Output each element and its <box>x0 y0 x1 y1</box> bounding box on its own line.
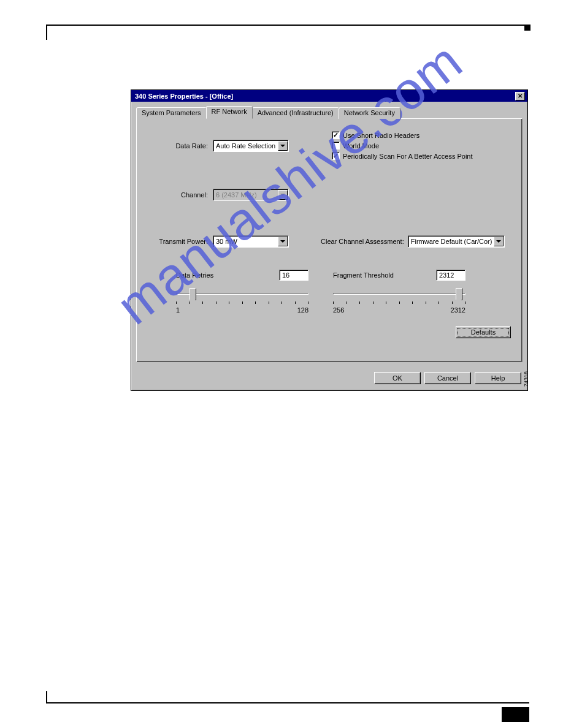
channel-value: 6 (2437 MHz) <box>216 191 257 199</box>
page-top-left-bar <box>46 25 47 40</box>
defaults-row: Defaults <box>456 326 511 338</box>
titlebar: 340 Series Properties - [Office] ✕ <box>131 90 527 102</box>
transmit-power-dropdown[interactable]: 30 mW <box>213 235 289 248</box>
data-retries-min: 1 <box>176 306 180 314</box>
tab-area: System Parameters RF Network Advanced (I… <box>131 102 527 367</box>
data-rate-dropdown[interactable]: Auto Rate Selection <box>213 140 289 152</box>
transmit-power-row: Transmit Power: 30 mW <box>159 235 289 248</box>
clear-channel-value: Firmware Default (Car/Cor) <box>411 238 492 245</box>
help-button[interactable]: Help <box>475 372 521 384</box>
dropdown-arrow-icon <box>278 190 288 200</box>
fragment-threshold-max: 2312 <box>451 306 465 314</box>
data-rate-label: Data Rate: <box>159 142 208 150</box>
world-mode-label: World Mode <box>343 142 379 150</box>
data-retries-group: Data Retries 1 128 <box>176 270 308 314</box>
channel-dropdown: 6 (2437 MHz) <box>213 189 289 201</box>
tab-rf-network[interactable]: RF Network <box>206 106 253 119</box>
slider-ticks <box>333 301 465 304</box>
data-retries-max: 128 <box>297 306 308 314</box>
channel-label: Channel: <box>159 191 208 199</box>
fragment-threshold-label: Fragment Threshold <box>333 271 394 279</box>
use-short-radio-headers-row[interactable]: Use Short Radio Headers <box>332 131 473 139</box>
dialog-footer: OK Cancel Help <box>131 367 527 390</box>
page-bottom-left-bar <box>46 691 47 703</box>
properties-dialog: 340 Series Properties - [Office] ✕ Syste… <box>131 89 528 391</box>
periodically-scan-label: Periodically Scan For A Better Access Po… <box>343 153 473 160</box>
use-short-radio-headers-checkbox[interactable] <box>332 131 340 139</box>
dropdown-arrow-icon <box>278 141 288 151</box>
slider-track <box>333 293 465 295</box>
world-mode-row[interactable]: World Mode <box>332 142 473 150</box>
transmit-power-value: 30 mW <box>216 238 237 245</box>
slider-thumb[interactable] <box>456 288 462 300</box>
data-retries-range: 1 128 <box>176 306 308 314</box>
data-rate-row: Data Rate: Auto Rate Selection <box>159 140 289 152</box>
page-top-rule <box>46 25 529 34</box>
periodically-scan-checkbox[interactable] <box>332 152 340 160</box>
data-rate-value: Auto Rate Selection <box>216 142 275 150</box>
tab-strip: System Parameters RF Network Advanced (I… <box>136 106 523 119</box>
clear-channel-label: Clear Channel Assessment: <box>321 238 404 245</box>
slider-ticks <box>176 301 308 304</box>
tab-network-security[interactable]: Network Security <box>339 107 400 119</box>
periodically-scan-row[interactable]: Periodically Scan For A Better Access Po… <box>332 152 473 160</box>
page-bottom-rule <box>46 702 529 703</box>
dropdown-arrow-icon <box>494 237 504 246</box>
fragment-threshold-range: 256 2312 <box>333 306 465 314</box>
fragment-threshold-slider[interactable] <box>333 287 465 305</box>
cancel-button[interactable]: Cancel <box>424 372 471 384</box>
checkbox-group: Use Short Radio Headers World Mode Perio… <box>332 131 473 160</box>
figure-number: 74318 <box>523 371 529 387</box>
use-short-radio-headers-label: Use Short Radio Headers <box>343 132 419 139</box>
fragment-threshold-input[interactable] <box>436 270 465 281</box>
dropdown-arrow-icon <box>278 237 288 246</box>
defaults-button[interactable]: Defaults <box>456 326 511 338</box>
slider-thumb[interactable] <box>190 288 196 300</box>
window-title: 340 Series Properties - [Office] <box>135 93 233 100</box>
ok-button[interactable]: OK <box>374 372 421 384</box>
transmit-power-label: Transmit Power: <box>159 238 208 245</box>
data-retries-slider[interactable] <box>176 287 308 305</box>
close-button[interactable]: ✕ <box>515 92 525 100</box>
clear-channel-row: Clear Channel Assessment: Firmware Defau… <box>321 235 505 248</box>
data-retries-input[interactable] <box>279 270 308 281</box>
fragment-threshold-group: Fragment Threshold 256 2312 <box>333 270 465 314</box>
channel-row: Channel: 6 (2437 MHz) <box>159 189 289 201</box>
clear-channel-dropdown[interactable]: Firmware Default (Car/Cor) <box>408 235 505 248</box>
rf-network-panel: Data Rate: Auto Rate Selection Use Short… <box>136 118 523 362</box>
page-number-block <box>502 707 529 722</box>
tab-advanced-infrastructure[interactable]: Advanced (Infrastructure) <box>252 107 339 119</box>
data-retries-label: Data Retries <box>176 271 213 279</box>
tab-system-parameters[interactable]: System Parameters <box>136 107 207 119</box>
fragment-threshold-min: 256 <box>333 306 344 314</box>
world-mode-checkbox[interactable] <box>332 142 340 150</box>
